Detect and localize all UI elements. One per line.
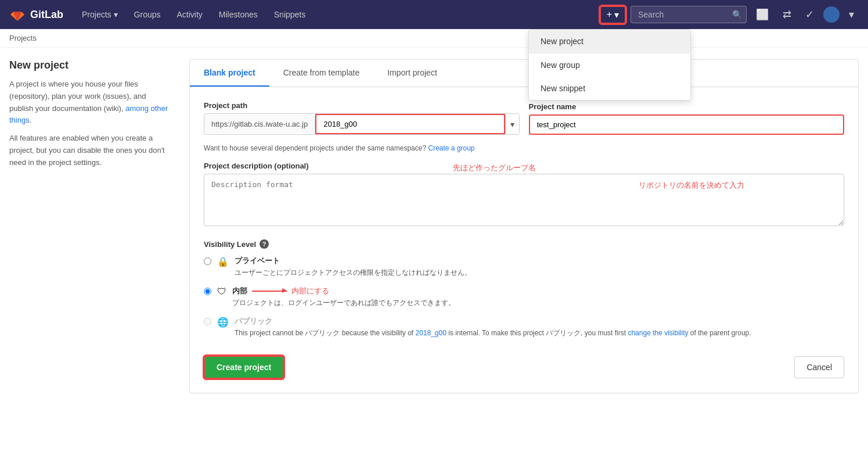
visibility-private-option: 🔒 プライベート ユーザーごとにプロジェクトアクセスの権限を指定しなければなりま…: [204, 256, 844, 278]
nav-snippets[interactable]: Snippets: [267, 6, 312, 23]
internal-description: プロジェクトは、ログインユーザーであれば誰でもアクセスできます。: [232, 298, 455, 308]
nav-groups[interactable]: Groups: [127, 6, 168, 23]
plus-icon: +: [607, 9, 612, 20]
lock-icon: 🔒: [217, 256, 229, 267]
internal-label: 内部: [232, 286, 247, 296]
search-input[interactable]: [631, 6, 747, 23]
tab-template[interactable]: Create from template: [269, 60, 374, 87]
new-item-button[interactable]: + ▾: [600, 6, 626, 24]
sidebar-description: A project is where you house your files …: [9, 78, 172, 127]
nav-links: Projects ▾ Groups Activity Milestones Sn…: [75, 6, 600, 23]
private-label: プライベート: [235, 256, 280, 265]
tab-blank-project[interactable]: Blank project: [190, 60, 269, 87]
form-actions: Create project Cancel: [204, 350, 844, 379]
internal-arrow-icon: [252, 291, 287, 292]
main-form: Blank project Create from template Impor…: [189, 59, 859, 393]
form-body: Project path https://gitlab.cis.iwate-u.…: [190, 87, 858, 393]
globe-icon: 🌐: [217, 317, 229, 328]
brand-text: GitLab: [30, 9, 63, 21]
description-textarea[interactable]: [204, 174, 844, 226]
brand[interactable]: GitLab: [9, 6, 63, 23]
internal-annotation: 内部にする: [291, 286, 329, 296]
user-menu-caret-icon[interactable]: ▾: [844, 6, 859, 23]
sidebar-description2: All features are enabled when you create…: [9, 132, 172, 169]
cancel-button[interactable]: Cancel: [794, 356, 844, 378]
project-path-group: Project path https://gitlab.cis.iwate-u.…: [204, 101, 520, 135]
dropdown-item-new-project[interactable]: New project: [529, 30, 690, 53]
search-icon: 🔍: [732, 10, 742, 19]
visibility-internal-option: 🛡 内部 内部にする プロジェクトは、ログインユーザーであれば誰でもアクセスでき…: [204, 286, 844, 308]
description-group: Project description (optional): [204, 162, 844, 228]
visibility-help-icon[interactable]: ?: [260, 239, 269, 249]
merge-request-icon[interactable]: ⇄: [778, 6, 796, 23]
project-name-group: Project name: [529, 102, 845, 135]
breadcrumb: Projects: [0, 29, 868, 48]
create-group-link[interactable]: Create a group: [428, 144, 474, 152]
tab-import[interactable]: Import project: [373, 60, 451, 87]
navbar: GitLab Projects ▾ Groups Activity Milest…: [0, 0, 868, 29]
group-link[interactable]: 2018_g00: [415, 329, 446, 337]
path-base-url: https://gitlab.cis.iwate-u.ac.jp: [204, 115, 315, 133]
caret-icon: ▾: [614, 9, 619, 20]
new-item-dropdown: New project New group New snippet: [528, 29, 691, 101]
sidebar: New project A project is where you house…: [9, 59, 172, 393]
visibility-internal-radio[interactable]: [204, 288, 211, 295]
visibility-section: Visibility Level ? 🔒 プライベート ユーザーごとにプロジェク…: [204, 239, 844, 338]
namespace-caret-icon[interactable]: ▾: [505, 115, 519, 134]
chevron-down-icon: ▾: [114, 10, 118, 19]
dropdown-item-new-snippet[interactable]: New snippet: [529, 77, 690, 100]
project-name-input[interactable]: [529, 114, 845, 135]
project-path-label: Project path: [204, 101, 520, 110]
project-name-label: Project name: [529, 102, 845, 111]
namespace-help-text: Want to house several dependent projects…: [204, 144, 844, 152]
nav-milestones[interactable]: Milestones: [212, 6, 265, 23]
visibility-private-radio[interactable]: [204, 257, 211, 265]
issues-icon[interactable]: ✓: [801, 6, 819, 23]
public-label: パブリック: [235, 317, 272, 325]
user-avatar[interactable]: [823, 6, 840, 23]
page-title: New project: [9, 59, 172, 71]
nav-activity[interactable]: Activity: [170, 6, 210, 23]
path-segment: [315, 114, 505, 134]
search-wrapper: 🔍: [631, 6, 747, 23]
private-description: ユーザーごとにプロジェクトアクセスの権限を指定しなければなりません。: [235, 267, 471, 278]
description-label: Project description (optional): [204, 162, 844, 170]
visibility-public-option: 🌐 パブリック This project cannot be パブリック bec…: [204, 316, 844, 338]
content-area: New project A project is where you house…: [0, 48, 868, 405]
path-input-row: https://gitlab.cis.iwate-u.ac.jp ▾: [204, 113, 520, 135]
create-project-button[interactable]: Create project: [204, 356, 284, 379]
dropdown-item-new-group[interactable]: New group: [529, 53, 690, 77]
path-namespace-input[interactable]: [315, 114, 505, 134]
public-description: This project cannot be パブリック because the…: [235, 328, 751, 338]
path-name-row: Project path https://gitlab.cis.iwate-u.…: [204, 101, 844, 135]
tabs: Blank project Create from template Impor…: [190, 60, 858, 87]
nav-projects[interactable]: Projects ▾: [75, 6, 125, 23]
shield-icon: 🛡: [217, 286, 226, 297]
visibility-title: Visibility Level ?: [204, 239, 844, 249]
visibility-public-radio[interactable]: [204, 318, 211, 325]
internal-label-wrap: 内部 内部にする: [232, 286, 455, 296]
change-visibility-link[interactable]: change the visibility: [628, 329, 688, 337]
gitlab-logo-icon: [9, 6, 26, 23]
monitor-icon[interactable]: ⬜: [751, 6, 773, 23]
nav-right: + ▾ 🔍 ⬜ ⇄ ✓ ▾: [600, 6, 859, 24]
